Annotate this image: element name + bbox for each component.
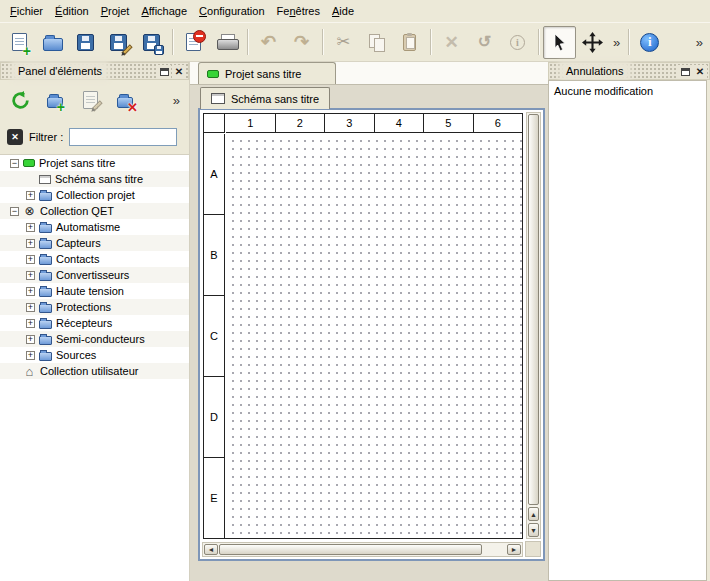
open-file-button[interactable] [36, 26, 69, 59]
undo-button[interactable]: ↶ [252, 26, 285, 59]
print-button[interactable] [210, 26, 243, 59]
tree-item-collection-qet[interactable]: −⊗Collection QET [0, 203, 189, 219]
element-info-button[interactable]: i [501, 26, 534, 59]
menu-item-5[interactable]: Fenêtres [271, 2, 326, 20]
new-file-button[interactable]: + [3, 26, 36, 59]
elements-panel-titlebar[interactable]: Panel d'éléments ✕ [0, 62, 189, 80]
ruler-row-A: A [204, 134, 224, 214]
menu-item-3[interactable]: Affichage [135, 2, 193, 20]
select-mode-button[interactable] [543, 26, 576, 59]
tree-expander[interactable]: + [26, 223, 35, 232]
horizontal-scrollbar-thumb[interactable] [219, 544, 482, 555]
tree-item-label: Automatisme [56, 221, 120, 233]
toolbar-overflow-chevron-right[interactable]: » [692, 35, 707, 50]
ruler-column-4: 4 [374, 114, 424, 132]
filter-input[interactable] [69, 128, 177, 146]
rotate-button[interactable]: ↺ [468, 26, 501, 59]
menu-item-6[interactable]: Aide [326, 2, 360, 20]
move-mode-button[interactable] [576, 26, 609, 59]
tree-item-label: Collection QET [40, 205, 114, 217]
scroll-down-button[interactable]: ▼ [528, 523, 539, 537]
copy-button[interactable] [360, 26, 393, 59]
tree-expander[interactable]: + [26, 239, 35, 248]
filter-row: ✕ Filtrer : [0, 122, 189, 152]
delete-element-button[interactable]: ✕ [110, 85, 140, 115]
tree-expander[interactable]: + [26, 271, 35, 280]
scroll-right-button[interactable]: ► [507, 544, 521, 555]
menu-item-4[interactable]: Configuration [193, 2, 270, 20]
horizontal-scrollbar[interactable]: ◄ ► [202, 542, 523, 557]
tree-expander[interactable]: + [26, 191, 35, 200]
tree-item-haute-tension[interactable]: +Haute tension [0, 283, 189, 299]
schema-canvas[interactable] [226, 134, 522, 538]
tree-item-collection-utilisateur[interactable]: ⌂Collection utilisateur [0, 363, 189, 379]
tree-expander[interactable]: + [26, 351, 35, 360]
tree-item-automatisme[interactable]: +Automatisme [0, 219, 189, 235]
float-panel-button[interactable] [678, 65, 692, 79]
redo-button[interactable]: ↷ [285, 26, 318, 59]
schema-icon [211, 93, 225, 104]
ruler-row-C: C [204, 295, 224, 376]
tree-item-label: Protections [56, 301, 111, 313]
close-panel-button[interactable]: ✕ [172, 65, 186, 79]
cut-button[interactable]: ✂ [327, 26, 360, 59]
tree-item-protections[interactable]: +Protections [0, 299, 189, 315]
tree-item-contacts[interactable]: +Contacts [0, 251, 189, 267]
tree-item-sources[interactable]: +Sources [0, 347, 189, 363]
scroll-left-button[interactable]: ◄ [204, 544, 218, 555]
save-button[interactable] [69, 26, 102, 59]
toolbar-overflow-chevron[interactable]: » [609, 35, 624, 50]
toolbar-separator [172, 29, 173, 55]
tree-expander[interactable]: + [26, 287, 35, 296]
tree-expander[interactable]: + [26, 303, 35, 312]
home-icon: ⌂ [23, 364, 36, 379]
tree-expander[interactable]: + [26, 335, 35, 344]
vertical-scrollbar[interactable]: ▲ ▼ [526, 112, 541, 539]
schema-tab[interactable]: Schéma sans titre [200, 87, 330, 109]
scroll-up-button[interactable]: ▲ [528, 507, 539, 521]
vertical-scrollbar-thumb[interactable] [528, 114, 539, 505]
toolbar-separator [247, 29, 248, 55]
reload-collections-button[interactable] [5, 85, 35, 115]
menu-item-2[interactable]: Projet [95, 2, 136, 20]
undo-list[interactable]: Aucune modification [548, 80, 707, 581]
close-file-button[interactable] [177, 26, 210, 59]
tree-item-label: Sources [56, 349, 96, 361]
help-button[interactable]: i [633, 26, 666, 59]
tree-item-schema-sans-titre[interactable]: Schéma sans titre [0, 171, 189, 187]
new-element-button[interactable]: + [40, 85, 70, 115]
tree-item-collection-projet[interactable]: +Collection projet [0, 187, 189, 203]
project-tabbar: Projet sans titre [190, 62, 548, 85]
edit-element-button[interactable] [75, 85, 105, 115]
schema-icon [39, 175, 51, 184]
tree-expander[interactable]: + [26, 255, 35, 264]
undo-panel-titlebar[interactable]: Annulations ✕ [548, 62, 710, 80]
save-all-mini-icon [154, 45, 164, 55]
tree-item-label: Convertisseurs [56, 269, 129, 281]
tree-expander[interactable]: + [26, 319, 35, 328]
save-as-button[interactable] [102, 26, 135, 59]
ruler-column-5: 5 [423, 114, 473, 132]
tree-item-projet-sans-titre[interactable]: −Projet sans titre [0, 155, 189, 171]
tree-item-capteurs[interactable]: +Capteurs [0, 235, 189, 251]
column-ruler: 123456 [226, 114, 522, 133]
tree-item-recepteurs[interactable]: +Récepteurs [0, 315, 189, 331]
folder-icon [39, 224, 52, 233]
clear-filter-icon[interactable]: ✕ [7, 129, 23, 145]
paste-button[interactable] [393, 26, 426, 59]
menu-item-0[interactable]: Fichier [4, 2, 49, 20]
tree-expander[interactable]: − [10, 159, 19, 168]
menu-item-1[interactable]: Édition [49, 2, 95, 20]
folder-icon [39, 256, 52, 265]
tree-expander[interactable]: − [10, 207, 19, 216]
panel-toolbar-overflow-chevron[interactable]: » [169, 93, 184, 108]
close-panel-button[interactable]: ✕ [693, 65, 707, 79]
project-tab[interactable]: Projet sans titre [198, 62, 336, 84]
float-panel-button[interactable] [157, 65, 171, 79]
schema-window: Schéma sans titre 123456 ABCDE ▲ ▼ ◄ [198, 87, 545, 561]
tree-spacer [26, 175, 35, 184]
tree-item-semi-conducteurs[interactable]: +Semi-conducteurs [0, 331, 189, 347]
tree-item-convertisseurs[interactable]: +Convertisseurs [0, 267, 189, 283]
save-all-button[interactable] [135, 26, 168, 59]
delete-button[interactable]: ✕ [435, 26, 468, 59]
